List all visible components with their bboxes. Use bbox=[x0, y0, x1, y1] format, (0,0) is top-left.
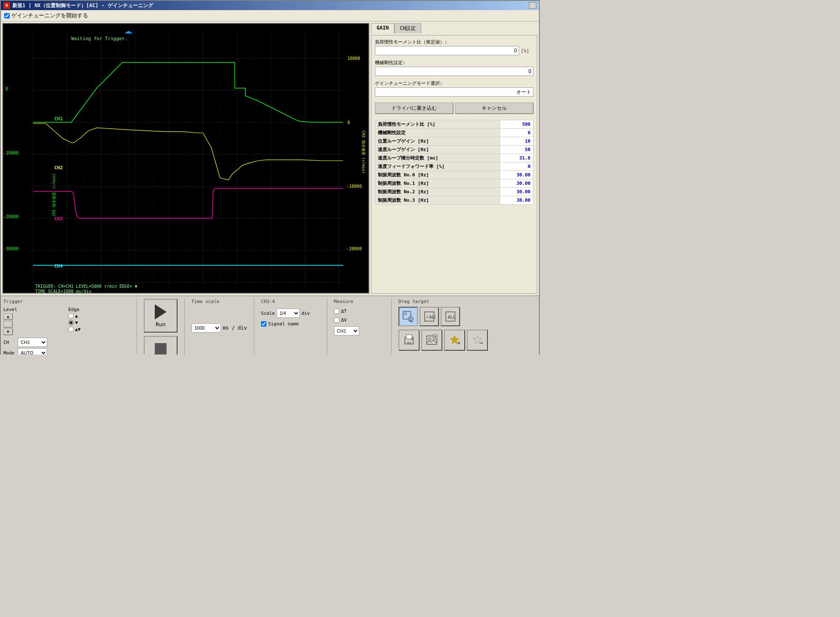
cancel-button[interactable]: キャンセル bbox=[455, 103, 533, 114]
svg-marker-69 bbox=[473, 336, 482, 344]
drag-title: Drag target bbox=[398, 299, 488, 304]
svg-text:-20000: -20000 bbox=[347, 246, 362, 251]
table-cell-label: 制振周波数 No.2 [Hz] bbox=[375, 188, 500, 196]
edge-up-label: ▲ bbox=[75, 313, 78, 319]
edge-down-radio[interactable] bbox=[68, 320, 74, 325]
load-inertia-row: 負荷慣性モーメント比（推定値）: 0 [%] bbox=[375, 39, 533, 55]
svg-point-60 bbox=[411, 339, 412, 340]
gain-tuning-label: ゲインチューニングを開始する bbox=[11, 12, 88, 19]
tab-bar: GAIN CH設定 bbox=[371, 23, 537, 33]
report-print-button[interactable] bbox=[398, 330, 420, 351]
signal-name-label: Signal name bbox=[268, 321, 299, 327]
table-row: 制振周波数 No.3 [Hz]30.00 bbox=[375, 196, 533, 205]
table-cell-value: 500 bbox=[500, 120, 533, 129]
load-inertia-input[interactable]: 0 bbox=[375, 46, 519, 55]
table-cell-label: 負荷慣性モーメント比 [%] bbox=[375, 120, 500, 129]
tab-gain[interactable]: GAIN bbox=[371, 23, 394, 33]
run-stop-section: Run Stop bbox=[144, 299, 178, 355]
action-icons-row bbox=[398, 330, 488, 351]
table-cell-value: 30.00 bbox=[500, 196, 533, 205]
scale-label: Scale bbox=[261, 311, 275, 316]
svg-rect-57 bbox=[406, 335, 412, 339]
svg-text:0: 0 bbox=[5, 87, 8, 91]
image-save-button[interactable] bbox=[421, 330, 442, 351]
separator1 bbox=[137, 299, 137, 355]
time-scale-title: Time scale bbox=[191, 299, 247, 304]
oscilloscope: 10000 0 -10000 -20000 0 -10000 -20000 -3… bbox=[3, 23, 369, 294]
level-down-button2[interactable]: ▼ bbox=[3, 328, 13, 335]
level-up-button[interactable]: ▲ bbox=[3, 313, 13, 320]
svg-text:TRIGGER: CH=CH1 LEVEL=5000 r/m: TRIGGER: CH=CH1 LEVEL=5000 r/min EDGE= ▼ bbox=[35, 284, 138, 289]
table-row: 機械剛性設定6 bbox=[375, 129, 533, 137]
window-title: 新規1 | NX（位置制御モード）[AC] - ゲインチューニング bbox=[12, 2, 153, 9]
mode-input[interactable]: オート bbox=[375, 87, 533, 97]
mode-label-bottom: Mode bbox=[3, 350, 16, 355]
table-cell-label: 制振周波数 No.1 [Hz] bbox=[375, 179, 500, 188]
delta-v-checkbox[interactable] bbox=[334, 317, 339, 323]
svg-text:-10000: -10000 bbox=[347, 184, 362, 189]
separator5 bbox=[391, 299, 392, 355]
run-label: Run bbox=[156, 321, 165, 327]
edge-both-radio[interactable] bbox=[68, 327, 74, 332]
table-row: 制振周波数 No.2 [Hz]30.00 bbox=[375, 188, 533, 196]
ch34-section: CH3-4 Scale 1/11/21/41/8 div Signal name bbox=[261, 299, 320, 327]
ch34-scale-select[interactable]: 1/11/21/41/8 bbox=[277, 308, 300, 318]
mode-label: ゲインチューニングモード選択: bbox=[375, 80, 533, 87]
time-scale-section: Time scale 12510 2050100200 50010002000 … bbox=[191, 299, 247, 333]
separator2 bbox=[184, 299, 185, 355]
trigger-section: Trigger Level ▲ ▼ CH bbox=[3, 299, 130, 355]
delta-t-label: ΔT bbox=[341, 308, 347, 314]
ch-label: CH bbox=[3, 340, 16, 345]
time-scale-select[interactable]: 12510 2050100200 50010002000 bbox=[191, 323, 221, 333]
rigidity-input[interactable]: 0 bbox=[375, 67, 533, 76]
osc-display: 10000 0 -10000 -20000 0 -10000 -20000 -3… bbox=[3, 24, 369, 293]
svg-rect-0 bbox=[3, 24, 369, 293]
gain-tuning-checkbox[interactable] bbox=[4, 13, 10, 19]
table-row: 速度フィードフォワード率 [%]0 bbox=[375, 162, 533, 171]
svg-text:Waiting for Trigger.: Waiting for Trigger. bbox=[71, 36, 127, 41]
svg-marker-66 bbox=[450, 336, 459, 344]
time-scale-unit: ms / div bbox=[223, 325, 247, 331]
stop-button[interactable]: Stop bbox=[144, 336, 178, 355]
right-panel: GAIN CH設定 負荷慣性モーメント比（推定値）: 0 [%] 機械剛性設定: bbox=[371, 23, 537, 294]
svg-text:-10000: -10000 bbox=[3, 151, 19, 155]
table-cell-value: 10 bbox=[500, 137, 533, 146]
level-down-button[interactable] bbox=[3, 321, 13, 327]
ch-select[interactable]: CH1CH2CH3CH4 bbox=[18, 338, 47, 347]
table-row: 速度ループゲイン [Hz]50 bbox=[375, 146, 533, 154]
delta-t-checkbox[interactable] bbox=[334, 308, 339, 314]
mode-select[interactable]: AUTONORMALSINGLE bbox=[18, 348, 47, 355]
measure-ch-select[interactable]: CH1CH2CH3CH4 bbox=[334, 326, 359, 336]
main-content: 10000 0 -10000 -20000 0 -10000 -20000 -3… bbox=[1, 22, 539, 295]
svg-rect-48 bbox=[404, 312, 407, 315]
run-button[interactable]: Run bbox=[144, 299, 178, 333]
edge-both-label: ▲▼ bbox=[75, 327, 81, 332]
osc-svg: 10000 0 -10000 -20000 0 -10000 -20000 -3… bbox=[3, 24, 369, 293]
all-checked-icon-button[interactable]: ✓ ALL bbox=[420, 307, 439, 326]
gain-data-table: 負荷慣性モーメント比 [%]500機械剛性設定6位置ループゲイン [Hz]10速… bbox=[375, 120, 533, 205]
tab-ch-settings[interactable]: CH設定 bbox=[394, 23, 421, 33]
table-cell-value: 30.00 bbox=[500, 188, 533, 196]
edge-up-radio[interactable] bbox=[68, 313, 74, 319]
close-button[interactable]: ✕ bbox=[529, 2, 536, 9]
table-row: 速度ループ積分時定数 [ms]31.8 bbox=[375, 154, 533, 162]
star-save-button[interactable] bbox=[467, 330, 488, 351]
table-cell-label: 制振周波数 No.0 [Hz] bbox=[375, 171, 500, 179]
svg-text:CH3: CH3 bbox=[54, 216, 63, 222]
measure-title: Measure bbox=[334, 299, 385, 304]
gain-tuning-checkbox-label[interactable]: ゲインチューニングを開始する bbox=[4, 12, 88, 19]
table-row: 制振周波数 No.0 [Hz]30.00 bbox=[375, 171, 533, 179]
edge-down-item: ▼ bbox=[68, 320, 81, 325]
cursor-icon-button[interactable] bbox=[398, 307, 418, 326]
load-inertia-label: 負荷慣性モーメント比（推定値）: bbox=[375, 39, 533, 45]
signal-name-checkbox[interactable] bbox=[261, 321, 267, 327]
star-add-button[interactable] bbox=[444, 330, 465, 351]
all-unchecked-icon-button[interactable]: ALL bbox=[441, 307, 460, 326]
write-to-driver-button[interactable]: ドライバに書き込む bbox=[375, 103, 453, 114]
table-row: 位置ループゲイン [Hz]10 bbox=[375, 137, 533, 146]
tab-content-gain: 負荷慣性モーメント比（推定値）: 0 [%] 機械剛性設定: 0 ゲインチューニ… bbox=[371, 35, 537, 294]
svg-text:-30000: -30000 bbox=[3, 246, 19, 251]
main-window: N 新規1 | NX（位置制御モード）[AC] - ゲインチューニング ✕ ゲイ… bbox=[0, 0, 540, 355]
drag-icons-row: ✓ ALL ALL bbox=[398, 307, 488, 326]
svg-text:ALL: ALL bbox=[448, 315, 455, 319]
